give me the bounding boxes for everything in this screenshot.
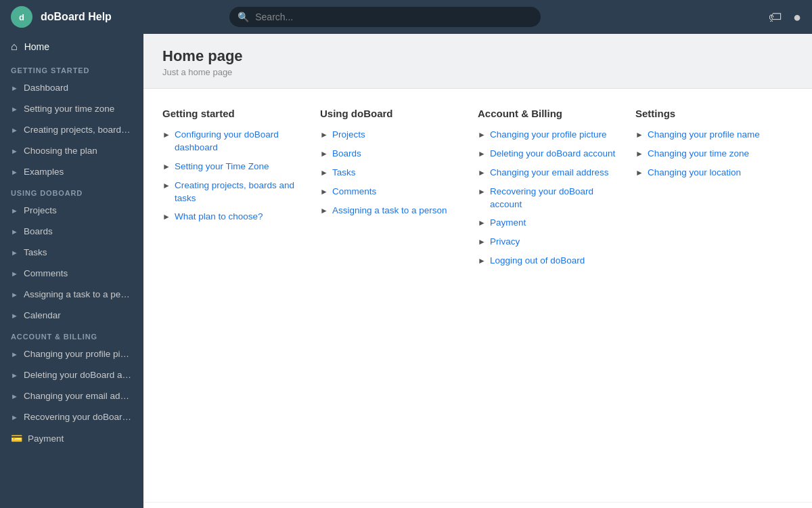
link-projects[interactable]: Projects xyxy=(332,129,365,142)
link-tasks[interactable]: Tasks xyxy=(332,167,356,179)
list-item: ► Changing your profile picture xyxy=(478,129,619,142)
sidebar-item-calendar[interactable]: ► Calendar xyxy=(0,305,143,326)
page-header: Home page Just a home page xyxy=(143,34,812,89)
link-boards[interactable]: Boards xyxy=(332,148,361,161)
chevron-icon: ► xyxy=(11,270,18,278)
sidebar-item-creating-projects[interactable]: ► Creating projects, boards and ... xyxy=(0,119,143,140)
sidebar-item-assigning-task[interactable]: ► Assigning a task to a person xyxy=(0,284,143,305)
tag-icon[interactable]: 🏷 xyxy=(769,9,782,25)
bullet-icon: ► xyxy=(478,218,486,228)
sidebar-item-examples[interactable]: ► Examples xyxy=(0,161,143,182)
list-item: ► Changing your time zone xyxy=(635,148,777,161)
list-item: ► Payment xyxy=(478,217,619,230)
section-heading: Getting started xyxy=(162,108,304,119)
chevron-icon: ► xyxy=(11,207,18,215)
sidebar-item-choosing-plan[interactable]: ► Choosing the plan xyxy=(0,140,143,161)
link-payment[interactable]: Payment xyxy=(490,217,526,230)
link-email-address[interactable]: Changing your email address xyxy=(490,167,609,179)
link-assigning-task[interactable]: Assigning a task to a person xyxy=(332,205,447,217)
list-item: ► Configuring your doBoard dashboard xyxy=(162,129,304,154)
link-comments[interactable]: Comments xyxy=(332,186,376,198)
list-item: ► Comments xyxy=(320,186,461,198)
sidebar-item-payment[interactable]: 💳 Payment xyxy=(0,427,143,449)
bullet-icon: ► xyxy=(162,181,171,190)
list-item: ► What plan to choose? xyxy=(162,211,304,224)
bullet-icon: ► xyxy=(635,130,644,140)
sections-grid: Getting started ► Configuring your doBoa… xyxy=(162,108,793,274)
app-title: doBoard Help xyxy=(41,11,112,23)
sidebar-section-getting-started: Getting started xyxy=(0,60,143,77)
bullet-icon: ► xyxy=(320,130,328,140)
link-creating-projects[interactable]: Creating projects, boards and tasks xyxy=(175,179,304,205)
sidebar-item-comments[interactable]: ► Comments xyxy=(0,263,143,284)
chevron-icon: ► xyxy=(11,312,18,320)
sidebar-item-projects[interactable]: ► Projects xyxy=(0,200,143,221)
list-item: ► Setting your Time Zone xyxy=(162,161,304,173)
bullet-icon: ► xyxy=(162,130,171,140)
user-icon[interactable]: ● xyxy=(793,9,801,25)
list-item: ► Privacy xyxy=(478,236,619,249)
sidebar-item-tasks[interactable]: ► Tasks xyxy=(0,242,143,263)
sidebar-home[interactable]: ⌂ Home xyxy=(0,34,143,60)
section-heading: Settings xyxy=(635,108,777,119)
sidebar-home-label: Home xyxy=(24,41,49,52)
chevron-icon: ► xyxy=(11,371,18,379)
link-location[interactable]: Changing your location xyxy=(648,167,741,179)
sidebar-item-label: Creating projects, boards and ... xyxy=(24,125,133,135)
link-configure-dashboard[interactable]: Configuring your doBoard dashboard xyxy=(175,129,304,154)
chevron-icon: ► xyxy=(11,105,18,113)
page-subtitle: Just a home page xyxy=(162,67,793,77)
link-delete-account[interactable]: Deleting your doBoard account xyxy=(490,148,615,161)
chevron-icon: ► xyxy=(11,168,18,176)
section-heading: Account & Billing xyxy=(478,108,619,119)
sidebar-item-label: Comments xyxy=(24,268,133,278)
sidebar-item-setting-time-zone[interactable]: ► Setting your time zone xyxy=(0,98,143,119)
sidebar-item-label: Recovering your doBoard acc... xyxy=(24,412,133,422)
section-settings: Settings ► Changing your profile name ► … xyxy=(635,108,793,274)
sidebar-item-label: Assigning a task to a person xyxy=(24,289,133,299)
sidebar-item-delete-account[interactable]: ► Deleting your doBoard account xyxy=(0,364,143,385)
sidebar-item-label: Dashboard xyxy=(24,83,133,93)
section-heading: Using doBoard xyxy=(320,108,461,119)
list-item: ► Projects xyxy=(320,129,461,142)
sidebar-item-label: Setting your time zone xyxy=(24,104,133,114)
search-input[interactable] xyxy=(229,7,541,27)
sidebar-item-label: Projects xyxy=(24,205,133,215)
list-item: ► Changing your location xyxy=(635,167,777,179)
link-profile-name[interactable]: Changing your profile name xyxy=(648,129,760,142)
sidebar-item-label: Changing your email address xyxy=(24,391,133,401)
list-item: ► Logging out of doBoard xyxy=(478,255,619,268)
sidebar-item-email-address[interactable]: ► Changing your email address xyxy=(0,385,143,406)
sidebar-item-label: Examples xyxy=(24,167,133,177)
chevron-icon: ► xyxy=(11,126,18,134)
logo-initials: d xyxy=(19,12,24,22)
link-privacy[interactable]: Privacy xyxy=(490,236,520,249)
bullet-icon: ► xyxy=(478,149,486,158)
link-profile-picture[interactable]: Changing your profile picture xyxy=(490,129,607,142)
link-plan-choose[interactable]: What plan to choose? xyxy=(175,211,263,224)
sidebar-item-boards[interactable]: ► Boards xyxy=(0,221,143,242)
chevron-icon: ► xyxy=(11,147,18,155)
chevron-icon: ► xyxy=(11,228,18,236)
link-logout[interactable]: Logging out of doBoard xyxy=(490,255,585,268)
section-links: ► Projects ► Boards ► Tasks ► xyxy=(320,129,461,217)
sidebar-item-profile-picture[interactable]: ► Changing your profile picture xyxy=(0,343,143,364)
chevron-icon: ► xyxy=(11,291,18,299)
sidebar-item-label: Payment xyxy=(28,433,133,444)
list-item: ► Changing your profile name xyxy=(635,129,777,142)
link-recover-account[interactable]: Recovering your doBoard account xyxy=(490,186,619,211)
sidebar-item-recovering-account[interactable]: ► Recovering your doBoard acc... xyxy=(0,406,143,427)
link-time-zone-settings[interactable]: Changing your time zone xyxy=(648,148,749,161)
link-time-zone[interactable]: Setting your Time Zone xyxy=(175,161,269,173)
sidebar-item-dashboard[interactable]: ► Dashboard xyxy=(0,77,143,98)
sidebar-section-using-doboard: Using doBoard xyxy=(0,182,143,200)
topnav: d doBoard Help 🔍 🏷 ● xyxy=(0,0,812,34)
bullet-icon: ► xyxy=(162,212,171,221)
chevron-icon: ► xyxy=(11,350,18,358)
search-container: 🔍 xyxy=(229,7,541,27)
sidebar-item-label: Tasks xyxy=(24,247,133,257)
bullet-icon: ► xyxy=(478,256,486,266)
bullet-icon: ► xyxy=(478,187,486,196)
chevron-icon: ► xyxy=(11,413,18,421)
chevron-icon: ► xyxy=(11,249,18,257)
